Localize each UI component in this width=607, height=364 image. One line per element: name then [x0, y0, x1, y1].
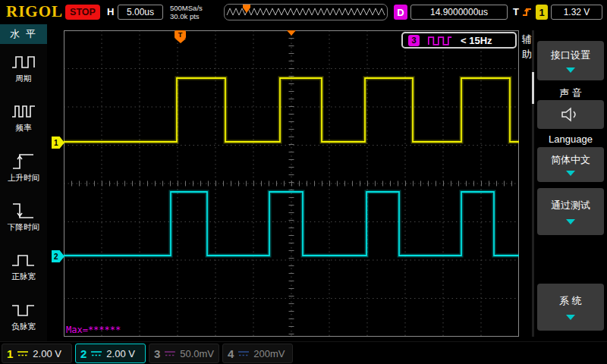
measure-item-frequency[interactable]: 频率: [0, 93, 47, 143]
softkey-label: 通过测试: [551, 199, 590, 212]
counter-value: < 15Hz: [461, 35, 492, 46]
rising-edge-icon: [522, 7, 533, 17]
waveform-ch2: [64, 192, 519, 256]
fall-time-icon: [11, 202, 36, 220]
frequency-counter: 3 < 15Hz: [401, 32, 517, 49]
measure-item-label: 正脉宽: [11, 271, 36, 282]
softkey-language[interactable]: 简体中文: [537, 147, 604, 182]
run-state-badge: STOP: [65, 5, 100, 20]
trigger-label: T: [513, 6, 519, 17]
counter-source-badge: 3: [408, 35, 420, 46]
trigger-position-label: T: [175, 30, 186, 39]
measure-item-period[interactable]: 周期: [0, 44, 47, 93]
measure-item-negative-width[interactable]: 负脉宽: [0, 292, 47, 341]
dc-coupling-icon: [90, 350, 102, 357]
memory-waveform-icon: [225, 4, 386, 20]
ch1-scale: 2.00 V: [33, 348, 61, 359]
chevron-down-icon: [566, 67, 575, 73]
ch1-marker-label: 1: [54, 139, 58, 147]
horizontal-label: H: [107, 6, 114, 17]
ch2-scale: 2.00 V: [106, 348, 135, 359]
oscilloscope-screen: RIGOL STOP H 5.00us 500MSa/s 30.0k pts D…: [0, 0, 607, 364]
measure-item-positive-width[interactable]: 正脉宽: [0, 242, 47, 291]
waveform-ch1: [64, 78, 519, 142]
menu-scrollbar[interactable]: [532, 30, 534, 337]
negative-pulse-width-icon: [11, 301, 36, 319]
softkey-sound[interactable]: [537, 100, 604, 129]
softkey-value: 简体中文: [551, 153, 590, 167]
ch2-number: 2: [80, 347, 86, 360]
ch1-status[interactable]: 1 2.00 V: [2, 344, 72, 363]
dc-coupling-icon: [164, 350, 176, 357]
waveform-ch2-glow: [64, 192, 519, 256]
ch4-number: 4: [228, 347, 234, 360]
square-wave-icon: [424, 36, 456, 46]
brand-logo: RIGOL: [6, 2, 63, 21]
ch2-level-marker[interactable]: 2: [52, 250, 64, 262]
waveform-ch1-glow: [64, 78, 519, 142]
positive-pulse-width-icon: [11, 251, 36, 269]
ch3-status[interactable]: 3 50.0mV: [149, 344, 219, 363]
measure-item-label: 上升时间: [8, 173, 39, 184]
softkey-pass-fail[interactable]: 通过测试: [537, 188, 604, 235]
measure-item-rise-time[interactable]: 上升时间: [0, 143, 47, 193]
measure-item-label: 频率: [16, 123, 32, 133]
chevron-down-icon: [566, 219, 575, 224]
waveforms: [64, 30, 519, 337]
measure-item-fall-time[interactable]: 下降时间: [0, 193, 47, 242]
window-center-marker-icon: [287, 30, 296, 36]
softkey-io-setup[interactable]: 接口设置: [537, 41, 604, 80]
memory-waveform-bar: [224, 4, 388, 20]
ch4-scale: 200mV: [253, 348, 285, 359]
softkey-language-label: Language: [537, 133, 604, 145]
memory-depth: 30.0k pts: [170, 12, 203, 20]
measure-item-label: 下降时间: [8, 222, 39, 233]
softkey-label: 接口设置: [551, 49, 590, 62]
timebase-readout: 5.00us: [118, 5, 163, 20]
top-bar: RIGOL STOP H 5.00us 500MSa/s 30.0k pts D…: [0, 0, 607, 24]
frequency-icon: [11, 102, 36, 121]
dc-coupling-icon: [17, 350, 29, 357]
max-readout: Max=******: [66, 325, 121, 335]
measure-item-label: 周期: [16, 74, 32, 84]
trigger-position-marker[interactable]: T: [175, 30, 186, 43]
ch2-status[interactable]: 2 2.00 V: [75, 344, 146, 363]
aux-menu: 辅助 接口设置 声 音 Language 简体中文 通过测试 系 统: [519, 24, 607, 341]
ch1-number: 1: [7, 347, 13, 360]
ch3-number: 3: [154, 347, 160, 360]
acquisition-readout: 500MSa/s 30.0k pts: [170, 4, 203, 20]
measure-menu-title[interactable]: 水 平: [0, 24, 47, 44]
menu-scrollbar-thumb[interactable]: [532, 72, 534, 104]
measure-menu: 水 平 周期 频率 上升时间 下降时间 正脉宽 负脉宽: [0, 24, 47, 341]
rise-time-icon: [11, 152, 36, 171]
chevron-down-icon: [566, 315, 575, 320]
waveform-display: T 3 < 15Hz Max=******: [64, 30, 519, 337]
channel-status-bar: 1 2.00 V 2 2.00 V 3 50.0mV 4 200mV: [0, 341, 607, 364]
speaker-icon: [561, 107, 580, 122]
dc-coupling-icon: [237, 350, 250, 357]
trigger-level-readout: 1.32 V: [551, 5, 602, 20]
softkey-sound-label: 声 音: [537, 86, 604, 100]
ch2-marker-label: 2: [54, 253, 58, 261]
ch1-level-marker[interactable]: 1: [52, 136, 64, 149]
period-icon: [11, 53, 36, 71]
softkey-label: 系 统: [559, 294, 582, 308]
trigger-source-badge: 1: [536, 5, 548, 20]
measure-item-label: 负脉宽: [11, 322, 36, 332]
delay-readout: 14.9000000us: [410, 5, 508, 20]
sample-rate: 500MSa/s: [170, 4, 203, 12]
memory-trigger-marker-icon: [243, 5, 250, 8]
ch3-scale: 50.0mV: [180, 348, 214, 359]
delay-badge: D: [394, 5, 407, 20]
trigger-position-arrow-icon: [175, 39, 186, 43]
softkey-system[interactable]: 系 统: [537, 284, 604, 331]
aux-menu-title: 辅助: [521, 32, 533, 62]
chevron-down-icon: [566, 171, 575, 176]
ch4-status[interactable]: 4 200mV: [222, 344, 293, 363]
